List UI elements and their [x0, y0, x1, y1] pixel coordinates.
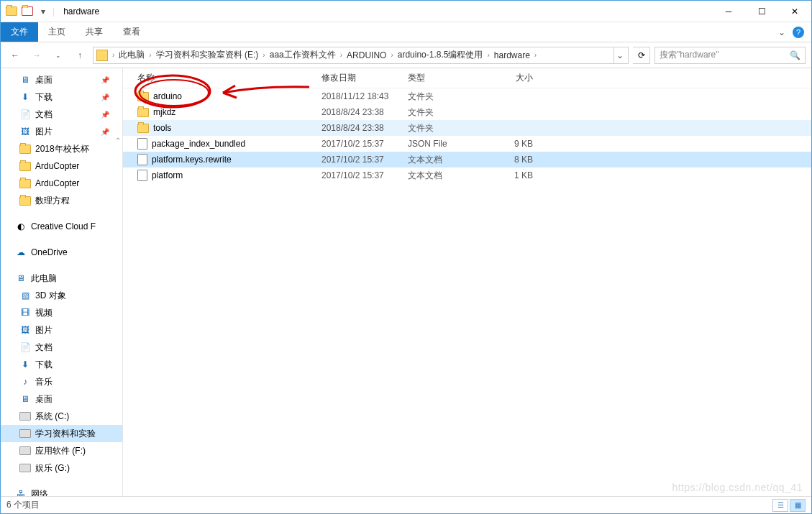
chevron-right-icon[interactable]: › [485, 51, 491, 59]
pic-icon: 🖼 [19, 324, 31, 336]
minimize-button[interactable]: ─ [712, 1, 745, 22]
col-name[interactable]: 名称 [132, 72, 316, 84]
sidebar-item[interactable]: ArduCopter [1, 157, 122, 175]
dropdown-icon[interactable]: ▾ [37, 5, 50, 18]
help-icon[interactable]: ? [793, 27, 804, 38]
sidebar-item-label: 下载 [35, 91, 53, 104]
table-row[interactable]: platform.keys.rewrite2017/10/2 15:37文本文档… [123, 152, 811, 167]
sidebar-item[interactable]: 学习资料和实验 [1, 425, 122, 442]
sidebar-item[interactable]: 🖥桌面📌 [1, 71, 122, 88]
breadcrumb[interactable]: › 此电脑 › 学习资料和实验室资料 (E:) › aaa工作资料文件 › AR… [93, 47, 629, 64]
sidebar[interactable]: ⌃ 🖥桌面📌⬇下载📌📄文档📌🖼图片📌2018年校长杯ArduCopterArdu… [1, 68, 123, 496]
sidebar-item-cloud[interactable]: ◐ Creative Cloud F [1, 218, 122, 235]
sidebar-item-label: 图片 [35, 324, 53, 336]
download-icon: ⬇ [19, 91, 31, 103]
network-icon: 🖧 [15, 488, 27, 496]
tab-file[interactable]: 文件 [1, 22, 38, 42]
sidebar-item[interactable]: 应用软件 (F:) [1, 442, 122, 459]
folder-icon [137, 92, 149, 101]
file-size: 1 KB [488, 170, 539, 180]
sidebar-item[interactable]: 系统 (C:) [1, 408, 122, 425]
table-row[interactable]: mjkdz2018/8/24 23:38文件夹 [123, 104, 811, 120]
chevron-right-icon[interactable]: › [147, 51, 152, 59]
table-row[interactable]: platform2017/10/2 15:37文本文档1 KB [123, 167, 811, 183]
tab-share[interactable]: 共享 [76, 22, 113, 42]
doc-icon: 📄 [19, 341, 31, 353]
sidebar-item[interactable]: ♪音乐 [1, 373, 122, 390]
sidebar-item[interactable]: 📄文档📌 [1, 106, 122, 123]
sidebar-item-onedrive[interactable]: ☁ OneDrive [1, 244, 122, 261]
crumb[interactable]: 学习资料和实验室资料 (E:) [153, 47, 262, 63]
sidebar-item[interactable]: 数理方程 [1, 192, 122, 209]
table-row[interactable]: arduino2018/11/12 18:43文件夹 [123, 88, 811, 104]
crumb[interactable]: 此电脑 [116, 47, 147, 63]
sidebar-item-network[interactable]: 🖧 网络 [1, 485, 122, 496]
sidebar-item[interactable]: ⬇下载 [1, 356, 122, 373]
cloud-icon: ◐ [15, 221, 27, 232]
sidebar-item-thispc[interactable]: 🖥 此电脑 [1, 270, 122, 287]
sidebar-item-label: Creative Cloud F [31, 221, 96, 231]
pin-icon: 📌 [101, 76, 109, 84]
breadcrumb-dropdown[interactable]: ⌄ [613, 47, 625, 63]
col-type[interactable]: 类型 [402, 72, 488, 84]
sidebar-item[interactable]: ArduCopter [1, 175, 122, 192]
nav-forward-button[interactable]: → [28, 47, 45, 64]
maximize-button[interactable]: ☐ [745, 1, 778, 22]
nav-up-button[interactable]: ↑ [71, 47, 88, 64]
sidebar-item[interactable]: 🖥桌面 [1, 390, 122, 408]
chevron-right-icon[interactable]: › [111, 51, 116, 59]
view-details-button[interactable]: ☰ [772, 499, 788, 512]
onedrive-icon: ☁ [15, 247, 27, 258]
crumb[interactable]: hardware [491, 47, 533, 63]
sidebar-item-label: 学习资料和实验 [35, 428, 96, 440]
caret-icon[interactable]: ⌃ [115, 137, 121, 144]
sidebar-item[interactable]: 🖼图片 [1, 321, 122, 339]
folder-icon [137, 108, 149, 117]
sidebar-item[interactable]: 🖼图片📌 [1, 123, 122, 140]
sidebar-item[interactable]: 娱乐 (G:) [1, 459, 122, 477]
sidebar-item[interactable]: 🎞视频 [1, 304, 122, 321]
crumb[interactable]: ARDUINO [344, 47, 389, 63]
pin-icon: 📌 [101, 93, 109, 101]
drive-icon [19, 410, 31, 422]
search-input[interactable]: 搜索"hardware" 🔍 [654, 47, 806, 64]
folder-icon [96, 50, 108, 61]
refresh-button[interactable]: ⟳ [633, 47, 650, 64]
close-button[interactable]: ✕ [778, 1, 811, 22]
chevron-right-icon[interactable]: › [261, 51, 266, 59]
sidebar-item-label: 3D 对象 [35, 290, 66, 302]
sidebar-item[interactable]: 2018年校长杯 [1, 140, 122, 157]
crumb[interactable]: aaa工作资料文件 [267, 47, 339, 63]
ribbon-expand-icon[interactable]: ⌄ [778, 27, 785, 37]
sidebar-item-label: ArduCopter [35, 161, 79, 171]
file-type: 文件夹 [402, 106, 488, 119]
chevron-right-icon[interactable]: › [389, 51, 394, 59]
file-name: platform [152, 170, 183, 180]
table-row[interactable]: package_index_bundled2017/10/2 15:37JSON… [123, 136, 811, 152]
view-icons-button[interactable]: ▦ [790, 499, 806, 512]
window-controls: ─ ☐ ✕ [712, 1, 811, 22]
file-list[interactable]: arduino2018/11/12 18:43文件夹mjkdz2018/8/24… [123, 88, 811, 496]
folder-icon [19, 178, 31, 189]
chevron-right-icon[interactable]: › [533, 51, 538, 59]
col-date[interactable]: 修改日期 [316, 72, 402, 84]
col-size[interactable]: 大小 [488, 72, 539, 84]
sidebar-item[interactable]: 📄文档 [1, 339, 122, 356]
table-row[interactable]: tools2018/8/24 23:38文件夹 [123, 120, 811, 136]
file-type: 文件夹 [402, 122, 488, 134]
file-type: JSON File [402, 139, 488, 149]
tab-home[interactable]: 主页 [38, 22, 76, 42]
file-type: 文件夹 [402, 91, 488, 103]
sidebar-item-label: 娱乐 (G:) [35, 462, 70, 474]
nav-back-button[interactable]: ← [6, 47, 24, 64]
file-pane: 名称 修改日期 类型 大小 arduino2018/11/12 18:43文件夹… [123, 68, 811, 496]
sidebar-item[interactable]: ⬇下载📌 [1, 88, 122, 106]
sidebar-item-label: 系统 (C:) [35, 410, 69, 423]
chevron-right-icon[interactable]: › [339, 51, 344, 59]
sidebar-item-label: 桌面 [35, 393, 53, 405]
sidebar-item[interactable]: ▧3D 对象 [1, 287, 122, 304]
crumb[interactable]: arduino-1.8.5编程使用 [395, 47, 486, 63]
nav-history-dropdown[interactable]: ⌄ [50, 47, 67, 64]
search-icon[interactable]: 🔍 [790, 50, 800, 60]
tab-view[interactable]: 查看 [113, 22, 150, 42]
